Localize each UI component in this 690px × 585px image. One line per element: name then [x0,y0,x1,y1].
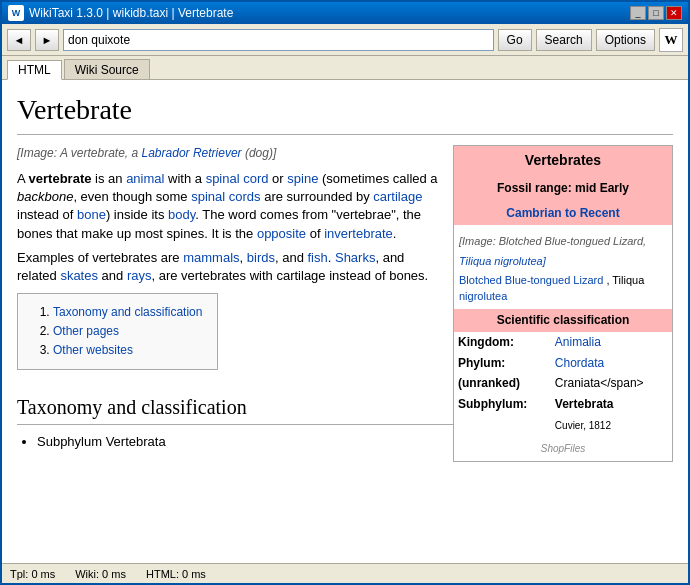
options-button[interactable]: Options [596,29,655,51]
tpl-status: Tpl: 0 ms [10,568,55,580]
close-button[interactable]: ✕ [666,6,682,20]
minimize-button[interactable]: _ [630,6,646,20]
back-button[interactable]: ◄ [7,29,31,51]
phylum-label: Phylum: [454,353,551,374]
forward-button[interactable]: ► [35,29,59,51]
cuvier-label [454,415,551,436]
unranked-label: (unranked) [454,373,551,394]
tab-html[interactable]: HTML [7,60,62,80]
sci-classification-header: Scientific classification [454,309,672,332]
article-content[interactable]: Vertebrate Vertebrates Fossil range: mid… [2,80,688,563]
shopfiles-watermark: ShopFiles [454,436,672,461]
infobox: Vertebrates Fossil range: mid Early Camb… [453,145,673,461]
table-row: Kingdom: Animalia [454,332,672,353]
wiki-status: Wiki: 0 ms [75,568,126,580]
labrador-link[interactable]: Labrador Retriever [142,146,242,160]
sci-classification-table: Kingdom: Animalia Phylum: Chordata (unra… [454,332,672,436]
toolbar: ◄ ► Go Search Options W [2,24,688,56]
rays-link[interactable]: rays [127,268,152,283]
spinal-cord-link[interactable]: spinal cord [206,171,269,186]
bone-link[interactable]: bone [77,207,106,222]
infobox-image-cap2: Tiliqua nigrolutea] [459,254,667,269]
article-title: Vertebrate [17,90,673,135]
infobox-body: [Image: Blotched Blue-tongued Lizard, Ti… [454,225,672,309]
invertebrate-link[interactable]: invertebrate [324,226,393,241]
maximize-button[interactable]: □ [648,6,664,20]
address-input[interactable] [63,29,494,51]
infobox-image-credit: Blotched Blue-tongued Lizard , Tiliqua n… [459,273,667,304]
table-row: Subphylum: Vertebrata [454,394,672,415]
toc-link-other-pages[interactable]: Other pages [53,324,119,338]
infobox-title: Vertebrates [454,146,672,176]
mammals-link[interactable]: mammals [183,250,239,265]
vertebrata-value: Vertebrata [555,397,614,411]
app-icon: W [8,5,24,21]
sharks-link[interactable]: Sharks [335,250,375,265]
animalia-link[interactable]: Animalia [555,335,601,349]
window-controls: _ □ ✕ [630,6,682,20]
infobox-image-cap1: [Image: Blotched Blue-tongued Lizard, [459,234,667,249]
list-item: Other websites [53,342,202,359]
blotched-link[interactable]: Blotched Blue-tongued Lizard [459,274,603,286]
cambrian-link[interactable]: Cambrian to Recent [506,206,619,220]
fish-link[interactable]: fish [308,250,328,265]
window-title: WikiTaxi 1.3.0 | wikidb.taxi | Vertebrat… [29,6,233,20]
cartilage-link[interactable]: cartilage [373,189,422,204]
table-of-contents: Taxonomy and classification Other pages … [17,293,218,369]
kingdom-label: Kingdom: [454,332,551,353]
toc-link-taxonomy[interactable]: Taxonomy and classification [53,305,202,319]
nigrolutea-link[interactable]: nigrolutea [459,290,507,302]
search-button[interactable]: Search [536,29,592,51]
tiliqua-link[interactable]: Tiliqua nigrolutea] [459,255,546,267]
infobox-subtitle1: Fossil range: mid Early [454,176,672,201]
main-window: W WikiTaxi 1.3.0 | wikidb.taxi | Vertebr… [0,0,690,585]
content-area: Vertebrate Vertebrates Fossil range: mid… [2,80,688,563]
tab-wiki-source[interactable]: Wiki Source [64,59,150,79]
toc-link-other-websites[interactable]: Other websites [53,343,133,357]
spine-link[interactable]: spine [287,171,318,186]
table-row: Cuvier, 1812 [454,415,672,436]
craniata-value: Craniata</span> [555,376,644,390]
table-row: Phylum: Chordata [454,353,672,374]
subphylum-label: Subphylum: [454,394,551,415]
chordata-link[interactable]: Chordata [555,356,604,370]
tab-bar: HTML Wiki Source [2,56,688,80]
table-row: (unranked) Craniata</span> [454,373,672,394]
go-button[interactable]: Go [498,29,532,51]
skates-link[interactable]: skates [60,268,98,283]
wiki-button[interactable]: W [659,28,683,52]
toc-list: Taxonomy and classification Other pages … [33,304,202,358]
infobox-subtitle2: Cambrian to Recent [454,201,672,226]
status-bar: Tpl: 0 ms Wiki: 0 ms HTML: 0 ms [2,563,688,583]
body-link[interactable]: body [168,207,195,222]
birds-link[interactable]: birds [247,250,275,265]
title-bar: W WikiTaxi 1.3.0 | wikidb.taxi | Vertebr… [2,2,688,24]
list-item: Taxonomy and classification [53,304,202,321]
list-item: Other pages [53,323,202,340]
cuvier-date: Cuvier, 1812 [555,420,611,431]
spinal-cords-link[interactable]: spinal cords [191,189,260,204]
html-status: HTML: 0 ms [146,568,206,580]
animal-link[interactable]: animal [126,171,164,186]
opposite-link[interactable]: opposite [257,226,306,241]
